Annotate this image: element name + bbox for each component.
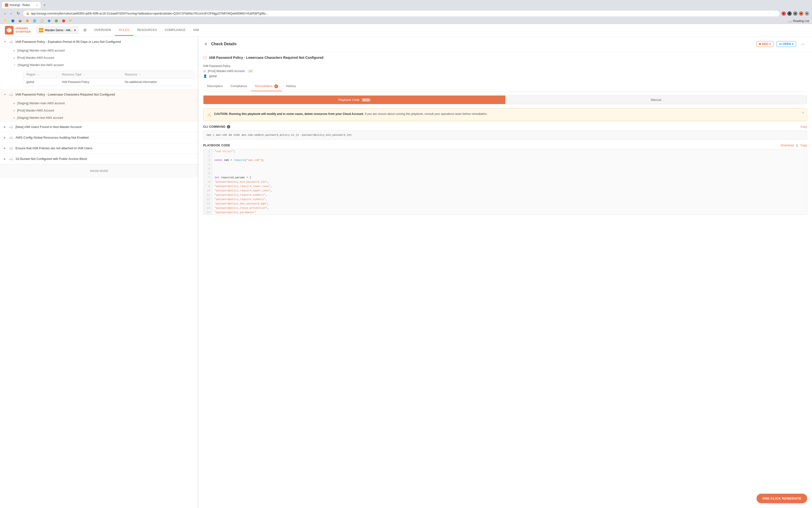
rule-sub-1-2[interactable]: ▼ [Staging] Warden test AWS account xyxy=(10,61,198,69)
code-actions: Download | Copy xyxy=(781,143,807,147)
sub-item-label: [Staging] Warden main AWS account xyxy=(17,49,65,52)
sort-icon: ⇕ xyxy=(139,74,141,76)
remediation-toggle: Playbook Code BETA Manual xyxy=(203,95,807,104)
rule-header-5[interactable]: ▶ ☁️ Ensure that IAM Policies are not at… xyxy=(0,143,198,153)
nav-resources[interactable]: RESOURCES xyxy=(133,25,161,36)
nav-overview[interactable]: OVERVIEW xyxy=(90,25,115,36)
rule-header-2[interactable]: ▼ ☁️ IAM Password Policy - Lowercase Cha… xyxy=(0,89,198,100)
browser-tab[interactable]: Horangi - Rules × xyxy=(2,2,41,8)
rule-sub-1-0[interactable]: ▶ [Staging] Warden main AWS account xyxy=(10,47,198,54)
code-block: 1 "use strict"; 2 3 const AWS = require(… xyxy=(203,149,807,215)
col-resource-type[interactable]: Resource Type ⇕ xyxy=(59,71,122,78)
reading-list-label: Reading List xyxy=(793,19,809,23)
browser-extension-5[interactable]: ● xyxy=(805,11,809,16)
browser-extension-1[interactable]: ● xyxy=(781,11,786,16)
rule-sub-1-1[interactable]: ▶ [Prod] Warden AWS Account xyxy=(10,54,198,61)
line-content xyxy=(212,171,807,175)
col-resource[interactable]: Resource ⇕ xyxy=(122,71,194,78)
code-line-11: 11 "passwordpolicy_require_numbers", xyxy=(204,193,807,197)
sub-chevron-icon: ▶ xyxy=(13,49,15,52)
bookmark-10[interactable]: 📂 xyxy=(68,19,74,23)
nav-iam[interactable]: IAM xyxy=(189,25,203,36)
collapse-icon-3: ▶ xyxy=(4,126,7,128)
severity-badge[interactable]: MED ▾ xyxy=(756,41,774,47)
col-region[interactable]: Region ⇕ xyxy=(24,71,59,78)
bookmark-7[interactable]: 🔷 xyxy=(46,19,52,23)
caution-close-button[interactable]: × xyxy=(802,111,804,115)
tab-compliance[interactable]: Compliance xyxy=(227,82,251,91)
location-icon: ◎ xyxy=(203,69,206,73)
refresh-button[interactable]: ↻ xyxy=(15,10,21,17)
new-tab-button[interactable]: + xyxy=(41,1,48,9)
one-click-remediate-button[interactable]: ONE-CLICK REMEDIATE xyxy=(757,494,807,503)
browser-extension-4[interactable]: ● xyxy=(799,11,803,16)
forward-button[interactable]: › xyxy=(9,10,13,17)
rule-sub-2-2[interactable]: ▶ [Staging] Warden test AWS account xyxy=(10,114,198,121)
rule-header-6[interactable]: ▶ ☁️ S3 Bucket Not Configured with Publi… xyxy=(0,154,198,164)
cli-title: CLI COMMAND i xyxy=(203,125,230,128)
app-header: HORANGI STORYFIER AWS Warden Demo - AW..… xyxy=(0,24,812,37)
rule-group-3: ▶ ☁️ [New] IAM Users Found in Non-Master… xyxy=(0,122,198,132)
meta-row-type: IAM Password Policy xyxy=(203,65,807,68)
manual-toggle[interactable]: Manual xyxy=(505,95,807,104)
back-button[interactable]: ‹ xyxy=(3,10,7,17)
meta-scope: global xyxy=(209,75,217,78)
line-number: 13 xyxy=(204,202,212,206)
rule-group-1: ▼ ☁️ IAM Password Policy - Expiration Pe… xyxy=(0,37,198,89)
rule-title-3: [New] IAM Users Found in Non-Master Acco… xyxy=(15,125,194,129)
bookmark-9[interactable]: 🔴 xyxy=(61,19,66,23)
line-number: 6 xyxy=(204,171,212,175)
close-panel-button[interactable]: ✕ xyxy=(203,41,208,47)
code-copy-button[interactable]: Copy xyxy=(800,143,807,147)
resource-table-wrapper-1: Region ⇕ Resource Type ⇕ Resource xyxy=(23,71,194,86)
reading-list-button[interactable]: 📖 Reading List xyxy=(788,19,809,23)
tab-badge: ⚡ xyxy=(274,84,278,88)
status-badge[interactable]: 🏷 OPEN ▾ xyxy=(776,41,796,47)
account-chevron-icon: ▾ xyxy=(74,29,76,32)
line-number: 4 xyxy=(204,162,212,167)
sort-icon: ⇕ xyxy=(37,74,39,76)
rule-header-1[interactable]: ▼ ☁️ IAM Password Policy - Expiration Pe… xyxy=(0,37,198,47)
check-details-panel: ✕ Check Details MED ▾ 🏷 OPEN ▾ ⋯ 🛡 xyxy=(198,37,812,508)
code-header: PLAYBOOK CODE Download | Copy xyxy=(203,143,807,147)
check-title: IAM Password Policy - Lowercase Characte… xyxy=(209,56,324,59)
browser-extension-3[interactable]: ● xyxy=(793,11,798,16)
rule-header-4[interactable]: ▶ ☁️ AWS Config Global Resources Auditin… xyxy=(0,132,198,143)
download-button[interactable]: Download xyxy=(781,143,794,147)
browser-extension-2[interactable]: ● xyxy=(787,11,792,16)
bookmark-4[interactable]: 🔶 xyxy=(25,19,30,23)
account-prod-tag: 🏷 xyxy=(248,70,253,73)
bookmark-3[interactable]: 📦 xyxy=(17,19,23,23)
sort-icon: ⇕ xyxy=(83,74,85,76)
nav-rules[interactable]: RULES xyxy=(115,25,133,36)
settings-button[interactable]: ⚙ xyxy=(82,27,88,33)
svg-marker-0 xyxy=(7,28,12,33)
tab-description[interactable]: Description xyxy=(203,82,227,91)
user-icon: 👤 xyxy=(203,74,207,78)
rule-sub-2-0[interactable]: ▶ [Staging] Warden main AWS account xyxy=(10,100,198,107)
status-chevron-icon: ▾ xyxy=(792,42,794,46)
bookmark-1[interactable]: 📁 xyxy=(3,19,8,23)
playbook-code-toggle[interactable]: Playbook Code BETA xyxy=(204,95,505,104)
code-line-3: 3 const AWS = require("aws-sdk"); xyxy=(204,158,807,162)
tab-history[interactable]: History xyxy=(282,82,299,91)
show-more-button[interactable]: SHOW MORE xyxy=(0,164,198,177)
bookmark-5[interactable]: 🌐 xyxy=(32,19,37,23)
close-tab-button[interactable]: × xyxy=(36,4,38,6)
cli-copy-button[interactable]: Copy xyxy=(800,125,807,128)
info-icon[interactable]: i xyxy=(227,125,230,128)
bookmark-2[interactable]: 🔵 xyxy=(10,19,15,23)
account-selector[interactable]: AWS Warden Demo - AW... ▾ xyxy=(36,27,78,34)
bookmark-6[interactable]: 📋 xyxy=(39,19,44,23)
bookmark-8[interactable]: 🟢 xyxy=(54,19,59,23)
code-line-1: 1 "use strict"; xyxy=(204,149,807,154)
more-options-button[interactable]: ⋯ xyxy=(799,40,807,48)
line-content: "passwordpolicy_require_symbols", xyxy=(212,197,807,202)
url-bar[interactable]: 🔒 app.horangi.com/storyfier/rules/cae683… xyxy=(23,11,780,16)
rule-header-3[interactable]: ▶ ☁️ [New] IAM Users Found in Non-Master… xyxy=(0,122,198,132)
line-number: 10 xyxy=(204,188,212,193)
tab-remediation[interactable]: Remediation ⚡ xyxy=(251,82,282,91)
line-number: 1 xyxy=(204,149,212,154)
nav-compliance[interactable]: COMPLIANCE xyxy=(161,25,189,36)
rule-sub-2-1[interactable]: ▶ [Prod] Warden AWS Account xyxy=(10,107,198,114)
